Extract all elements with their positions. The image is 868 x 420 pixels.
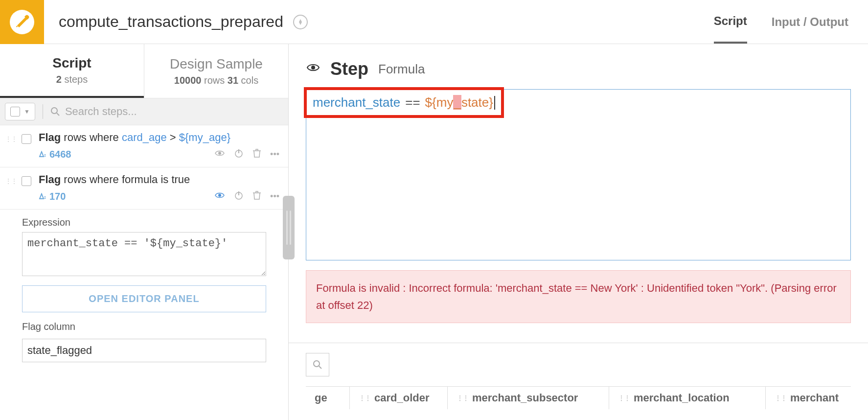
header-tabs: Script Input / Output bbox=[714, 0, 868, 44]
svg-line-2 bbox=[57, 113, 59, 116]
search-input[interactable] bbox=[65, 105, 288, 118]
flag-column-input[interactable] bbox=[22, 339, 266, 362]
eye-icon[interactable] bbox=[306, 60, 320, 78]
recipe-icon[interactable] bbox=[0, 0, 44, 44]
left-tabs: Script 2 steps Design Sample 10000 rows … bbox=[0, 44, 288, 98]
data-preview: ge ⋮⋮card_older ⋮⋮merchant_subsector ⋮⋮m… bbox=[289, 343, 868, 409]
column-header[interactable]: ⋮⋮merchant_location bbox=[609, 387, 766, 409]
step-row-count[interactable]: 170 bbox=[39, 191, 66, 202]
text-cursor bbox=[494, 96, 495, 110]
expression-textarea[interactable] bbox=[22, 232, 266, 276]
tab-script[interactable]: Script bbox=[714, 0, 747, 44]
svg-point-9 bbox=[311, 66, 315, 70]
column-header[interactable]: ⋮⋮merchant_subsector bbox=[448, 387, 609, 409]
eye-icon[interactable] bbox=[214, 190, 225, 203]
left-tab-design-title: Design Sample bbox=[170, 56, 263, 72]
flag-column-label: Flag column bbox=[22, 321, 266, 332]
left-tab-design-sub: 10000 rows 31 cols bbox=[174, 75, 258, 86]
column-search-button[interactable] bbox=[306, 353, 329, 376]
column-header[interactable]: ⋮⋮merchant bbox=[766, 387, 851, 409]
step-item-1[interactable]: ⋮⋮ Flag rows where card_age > ${my_age} … bbox=[0, 125, 288, 167]
tab-input-output[interactable]: Input / Output bbox=[772, 0, 848, 44]
svg-point-10 bbox=[314, 361, 320, 367]
header: compute_transactions_prepared Script Inp… bbox=[0, 0, 868, 44]
panel-resize-handle[interactable] bbox=[283, 196, 295, 259]
step-row-count[interactable]: 6468 bbox=[39, 149, 71, 160]
left-tab-script[interactable]: Script 2 steps bbox=[0, 44, 144, 98]
step-header: Step Formula bbox=[289, 44, 868, 89]
drag-handle-icon[interactable]: ⋮⋮ bbox=[5, 177, 17, 185]
page-title: compute_transactions_prepared bbox=[59, 13, 283, 31]
step-title: Step bbox=[330, 59, 368, 79]
columns-header: ge ⋮⋮card_older ⋮⋮merchant_subsector ⋮⋮m… bbox=[306, 386, 851, 409]
svg-point-6 bbox=[218, 194, 221, 197]
left-tab-design[interactable]: Design Sample 10000 rows 31 cols bbox=[144, 44, 288, 98]
step-checkbox[interactable] bbox=[22, 176, 31, 186]
formula-editor[interactable]: merchant_state == ${my_state} bbox=[306, 89, 851, 260]
drag-handle-icon[interactable]: ⋮⋮ bbox=[5, 135, 17, 143]
left-tab-script-sub: 2 steps bbox=[56, 74, 88, 85]
step-details: Expression OPEN EDITOR PANEL Flag column bbox=[0, 210, 288, 372]
more-icon[interactable]: ••• bbox=[270, 191, 279, 202]
step-description: Flag rows where formula is true bbox=[39, 173, 279, 186]
open-editor-button[interactable]: OPEN EDITOR PANEL bbox=[22, 285, 266, 312]
search-icon bbox=[50, 107, 60, 117]
more-icon[interactable]: ••• bbox=[270, 149, 279, 160]
svg-line-11 bbox=[319, 366, 321, 369]
error-message: Formula is invalid : Incorrect formula: … bbox=[306, 270, 851, 323]
content: Script 2 steps Design Sample 10000 rows … bbox=[0, 44, 868, 420]
step-item-2[interactable]: ⋮⋮ Flag rows where formula is true 170 •… bbox=[0, 167, 288, 210]
select-all-dropdown[interactable]: ▼ bbox=[5, 103, 35, 120]
eye-icon[interactable] bbox=[214, 148, 225, 161]
column-header[interactable]: ge bbox=[306, 387, 350, 409]
step-description: Flag rows where card_age > ${my_age} bbox=[39, 131, 279, 144]
formula-text: merchant_state == ${my_state} bbox=[304, 87, 504, 118]
expression-label: Expression bbox=[22, 217, 266, 228]
step-subtitle: Formula bbox=[378, 62, 425, 77]
power-icon[interactable] bbox=[234, 190, 244, 203]
search-row: ▼ bbox=[0, 98, 288, 125]
select-all-checkbox[interactable] bbox=[10, 107, 20, 117]
column-header[interactable]: ⋮⋮card_older bbox=[350, 387, 448, 409]
trash-icon[interactable] bbox=[252, 190, 261, 203]
left-tab-script-title: Script bbox=[52, 55, 91, 71]
trash-icon[interactable] bbox=[252, 148, 261, 161]
step-checkbox[interactable] bbox=[22, 134, 31, 144]
svg-point-3 bbox=[218, 152, 221, 155]
power-icon[interactable] bbox=[234, 148, 244, 161]
compass-icon[interactable] bbox=[293, 15, 308, 29]
svg-point-1 bbox=[51, 108, 57, 114]
right-panel: Step Formula merchant_state == ${my_stat… bbox=[289, 44, 868, 420]
left-panel: Script 2 steps Design Sample 10000 rows … bbox=[0, 44, 289, 420]
caret-down-icon: ▼ bbox=[24, 108, 30, 115]
